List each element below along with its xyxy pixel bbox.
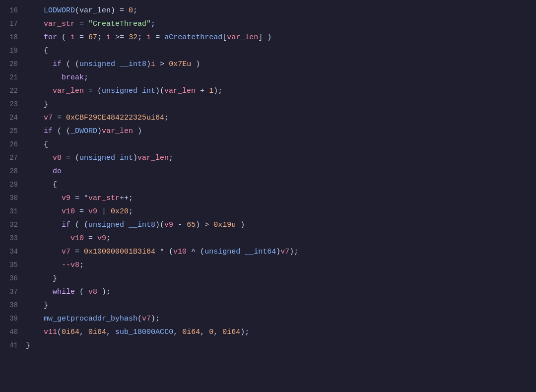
code-token: ^ ( — [187, 248, 204, 256]
code-token: i — [106, 33, 111, 42]
code-token: 65 — [187, 221, 196, 229]
code-token: = * — [70, 194, 88, 202]
line-number: 27 — [0, 151, 26, 164]
code-token: break — [62, 73, 84, 82]
code-token: var_len — [164, 87, 196, 95]
code-token: ; — [97, 33, 106, 42]
code-token — [26, 140, 44, 149]
code-token: = — [53, 114, 66, 122]
code-content: v9 = *var_str++; — [26, 192, 536, 205]
code-content: break; — [26, 71, 536, 84]
code-token: = — [75, 20, 88, 28]
code-token: var_len — [227, 33, 258, 42]
table-row: 20 if ( (unsigned __int8)i > 0x7Eu ) — [0, 58, 536, 71]
code-content: { — [26, 138, 536, 151]
table-row: 19 { — [0, 44, 536, 58]
code-token: v9 — [97, 234, 106, 243]
table-row: 17 var_str = "CreateThread"; — [0, 17, 536, 31]
code-token — [26, 114, 44, 122]
code-token: )( — [155, 221, 164, 229]
code-token — [26, 274, 53, 283]
line-number: 17 — [0, 17, 26, 30]
line-number: 19 — [0, 44, 26, 57]
code-token: ( ( — [70, 221, 88, 229]
code-content: v11(0i64, 0i64, sub_18000ACC0, 0i64, 0, … — [26, 326, 536, 339]
code-token: 0i64 — [222, 328, 240, 336]
table-row: 38 } — [0, 299, 536, 312]
line-number: 30 — [0, 192, 26, 204]
code-token: >= — [111, 33, 129, 42]
code-token: ; — [169, 154, 173, 162]
code-token: mw_getprocaddr_byhash — [44, 315, 137, 323]
code-token: 1 — [209, 87, 213, 95]
code-content: do — [26, 165, 536, 178]
code-token: , — [213, 328, 222, 336]
code-content: } — [26, 339, 536, 352]
code-token: v9 — [88, 207, 97, 216]
code-token — [26, 73, 62, 82]
table-row: 40 v11(0i64, 0i64, sub_18000ACC0, 0i64, … — [0, 326, 536, 339]
code-token: 0i64 — [182, 328, 200, 336]
code-token: * ( — [155, 248, 173, 256]
code-token — [26, 127, 44, 135]
code-token — [26, 87, 53, 95]
line-number: 24 — [0, 111, 26, 124]
code-token: ; — [106, 234, 111, 243]
code-token: 32 — [129, 33, 137, 42]
code-token — [26, 288, 53, 296]
code-token — [26, 194, 62, 202]
code-token: } — [26, 341, 30, 350]
code-token: ] ) — [258, 33, 271, 42]
code-token: v7 — [62, 248, 70, 256]
code-token: ); — [151, 315, 160, 323]
code-token: ; — [137, 33, 146, 42]
code-token — [26, 181, 53, 189]
code-content: } — [26, 299, 536, 312]
code-token — [26, 234, 70, 243]
code-token: v9 — [62, 194, 70, 202]
code-token: var_len — [137, 154, 169, 162]
code-token: ; — [151, 20, 155, 28]
code-token — [26, 154, 53, 162]
code-content: if ( (unsigned __int8)(v9 - 65) > 0x19u … — [26, 219, 536, 232]
line-number: 18 — [0, 31, 26, 44]
table-row: 27 v8 = (unsigned int)var_len; — [0, 151, 536, 165]
code-content: if ( (_DWORD)var_len ) — [26, 125, 536, 138]
code-token: LODWORD — [44, 6, 75, 15]
table-row: 23 } — [0, 98, 536, 111]
code-content: var_len = (unsigned int)(var_len + 1); — [26, 85, 536, 98]
code-token — [26, 261, 62, 269]
code-token: + — [196, 87, 209, 95]
line-number: 16 — [0, 4, 26, 17]
code-token: i — [146, 33, 151, 42]
code-token: var_str — [88, 194, 120, 202]
code-content: v10 = v9; — [26, 232, 536, 245]
code-token: 0 — [129, 6, 133, 15]
line-number: 25 — [0, 125, 26, 137]
code-token — [26, 248, 62, 256]
line-number: 41 — [0, 339, 26, 352]
code-token: aCreatethread — [164, 33, 222, 42]
line-number: 20 — [0, 58, 26, 70]
table-row: 24 v7 = 0xCBF29CE484222325ui64; — [0, 111, 536, 125]
line-number: 37 — [0, 285, 26, 298]
code-token: = ( — [62, 154, 79, 162]
code-content: mw_getprocaddr_byhash(v7); — [26, 313, 536, 326]
code-content: for ( i = 67; i >= 32; i = aCreatethread… — [26, 31, 536, 44]
code-token: , — [79, 328, 88, 336]
code-token: ( — [75, 288, 88, 296]
table-row: 33 v10 = v9; — [0, 232, 536, 245]
table-row: 22 var_len = (unsigned int)(var_len + 1)… — [0, 84, 536, 98]
table-row: 31 v10 = v9 | 0x20; — [0, 205, 536, 218]
code-content: v8 = (unsigned int)var_len; — [26, 152, 536, 165]
table-row: 25 if ( (_DWORD)var_len ) — [0, 125, 536, 138]
code-token: while — [53, 288, 75, 296]
code-token: > — [155, 60, 169, 68]
code-content: v7 = 0x100000001B3i64 * (v10 ^ (unsigned… — [26, 246, 536, 259]
code-token: v7 — [142, 315, 151, 323]
code-content: { — [26, 45, 536, 58]
code-token: i — [70, 33, 75, 42]
code-token — [26, 47, 44, 55]
table-row: 29 { — [0, 178, 536, 192]
code-token: v8 — [53, 154, 62, 162]
